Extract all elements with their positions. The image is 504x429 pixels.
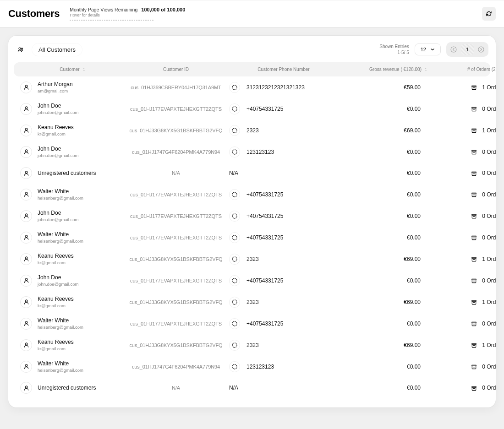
avatar <box>20 146 32 158</box>
orders-count: 0 Orders <box>482 320 496 327</box>
customer-id: cus_01HJ33G8KYX5G1BSKFBBTG2VFQ <box>126 299 226 305</box>
orders-col: 0 Orders <box>428 320 496 327</box>
gross-revenue: €0.00 <box>341 364 428 370</box>
orders-col: 1 Orders <box>428 127 496 134</box>
customer-email: kr@gmail.com <box>38 131 74 136</box>
customer-col: Arthur Morganam@gmail.com <box>20 81 126 93</box>
avatar <box>20 361 32 373</box>
customer-name: Keanu Reeves <box>38 124 74 130</box>
phone-status-icon <box>229 232 240 243</box>
phone-col: 2323 <box>226 340 341 351</box>
phone-col: 3123123212321321323 <box>226 82 341 93</box>
phone-col: +40754331725 <box>226 103 341 114</box>
per-page-select[interactable]: 12 <box>415 43 441 55</box>
avatar <box>20 81 32 93</box>
customers-panel: All Customers Shown Entries 1-5/ 5 12 1 … <box>8 36 496 407</box>
customer-col: John Doejohn.doe@gmail.com <box>20 103 126 115</box>
table-row[interactable]: Walter Whiteheisenberg@gmail.comcus_01HJ… <box>14 227 490 248</box>
pager-prev-button[interactable] <box>448 44 459 55</box>
quota-hint: Hover for details <box>70 13 185 17</box>
col-customer[interactable]: Customer <box>20 67 126 72</box>
customer-name: Arthur Morgan <box>38 81 73 87</box>
orders-col: 1 Orders <box>428 255 496 262</box>
customer-id: cus_01HJ177EVAPXTEJHEXGTT2ZQTS <box>126 235 226 240</box>
customer-name: Walter White <box>38 360 83 367</box>
orders-count: 0 Orders <box>482 106 496 112</box>
customer-id: cus_01HJ1747G4F6204PMK4A779N94 <box>126 364 226 369</box>
orders-col: 0 Orders <box>428 170 496 177</box>
quota-widget[interactable]: Monthly Page Views Remaining 100,000 of … <box>70 7 185 21</box>
orders-count: 0 Orders <box>482 385 496 391</box>
customer-email: john.doe@gmail.com <box>38 282 78 287</box>
customer-name: Walter White <box>38 231 83 238</box>
refresh-button[interactable] <box>482 7 496 21</box>
customer-col: John Doejohn.doe@gmail.com <box>20 210 126 222</box>
table-row[interactable]: Keanu Reeveskr@gmail.comcus_01HJ33G8KYX5… <box>14 248 490 270</box>
orders-count: 0 Orders <box>482 234 496 241</box>
customer-email: kr@gmail.com <box>38 303 74 308</box>
orders-count: 1 Orders <box>482 299 496 305</box>
customer-col: Walter Whiteheisenberg@gmail.com <box>20 317 126 330</box>
customer-email: kr@gmail.com <box>38 260 74 265</box>
avatar <box>20 125 32 136</box>
table-row[interactable]: Arthur Morganam@gmail.comcus_01HJ369CBBE… <box>14 76 490 98</box>
customer-email: john.doe@gmail.com <box>38 217 78 222</box>
table-row[interactable]: Unregistered customersN/AN/A€0.000 Order… <box>14 377 490 398</box>
customer-phone: 123123123 <box>247 364 274 370</box>
table-row[interactable]: John Doejohn.doe@gmail.comcus_01HJ177EVA… <box>14 270 490 291</box>
gross-revenue: €0.00 <box>341 191 428 198</box>
gross-revenue: €0.00 <box>341 277 428 284</box>
col-phone[interactable]: Customer Phone Number <box>226 67 341 72</box>
table-row[interactable]: Walter Whiteheisenberg@gmail.comcus_01HJ… <box>14 184 490 205</box>
table-row[interactable]: Keanu Reeveskr@gmail.comcus_01HJ33G8KYX5… <box>14 291 490 313</box>
orders-col: 0 Orders <box>428 363 496 370</box>
table-row[interactable]: Unregistered customersN/AN/A€0.000 Order… <box>14 163 490 184</box>
gross-revenue: €0.00 <box>341 149 428 155</box>
phone-col: N/A <box>226 170 341 176</box>
orders-icon <box>471 84 477 91</box>
customer-name: Keanu Reeves <box>38 296 74 302</box>
per-page-value: 12 <box>421 47 426 52</box>
col-orders[interactable]: # of Orders (2) <box>428 67 496 72</box>
table-header: Customer Customer ID Customer Phone Numb… <box>14 62 490 76</box>
avatar <box>20 382 32 394</box>
phone-status-icon <box>229 189 240 200</box>
customer-id: cus_01HJ369CBBERY04JH17Q31A9MT <box>126 85 226 90</box>
orders-col: 0 Orders <box>428 148 496 155</box>
customer-phone: N/A <box>229 170 238 176</box>
phone-col: N/A <box>226 385 341 391</box>
tab-all-customers[interactable]: All Customers <box>32 43 82 56</box>
chevron-down-icon <box>429 46 436 53</box>
orders-icon <box>471 148 477 155</box>
quota-bar <box>70 20 154 21</box>
orders-count: 0 Orders <box>482 170 496 176</box>
orders-count: 0 Orders <box>482 364 496 370</box>
customer-name: Keanu Reeves <box>38 339 74 345</box>
orders-count: 0 Orders <box>482 149 496 155</box>
phone-status-icon <box>229 211 240 222</box>
shown-entries-range: 1-5/ 5 <box>379 49 409 55</box>
table-row[interactable]: Walter Whiteheisenberg@gmail.comcus_01HJ… <box>14 313 490 334</box>
table-row[interactable]: John Doejohn.doe@gmail.comcus_01HJ1747G4… <box>14 141 490 163</box>
customer-email: heisenberg@gmail.com <box>38 368 83 373</box>
orders-col: 0 Orders <box>428 277 496 284</box>
table-row[interactable]: Walter Whiteheisenberg@gmail.comcus_01HJ… <box>14 356 490 377</box>
table-row[interactable]: Keanu Reeveskr@gmail.comcus_01HJ33G8KYX5… <box>14 334 490 356</box>
phone-status-icon <box>229 82 240 93</box>
customer-phone: +40754331725 <box>247 234 283 241</box>
orders-col: 0 Orders <box>428 191 496 198</box>
pager-next-button[interactable] <box>476 44 487 55</box>
gross-revenue: €0.00 <box>341 385 428 391</box>
gross-revenue: €0.00 <box>341 213 428 219</box>
orders-count: 0 Orders <box>482 213 496 219</box>
table-row[interactable]: Keanu Reeveskr@gmail.comcus_01HJ33G8KYX5… <box>14 119 490 141</box>
table-row[interactable]: John Doejohn.doe@gmail.comcus_01HJ177EVA… <box>14 98 490 119</box>
avatar <box>20 210 32 222</box>
orders-icon <box>471 105 477 112</box>
customer-col: John Doejohn.doe@gmail.com <box>20 274 126 287</box>
col-gross[interactable]: Gross revenue ( €128.00) <box>341 67 428 72</box>
customer-phone: +40754331725 <box>247 106 283 112</box>
customer-name: John Doe <box>38 210 78 216</box>
table-row[interactable]: John Doejohn.doe@gmail.comcus_01HJ177EVA… <box>14 205 490 227</box>
col-customer-id[interactable]: Customer ID <box>126 67 226 72</box>
